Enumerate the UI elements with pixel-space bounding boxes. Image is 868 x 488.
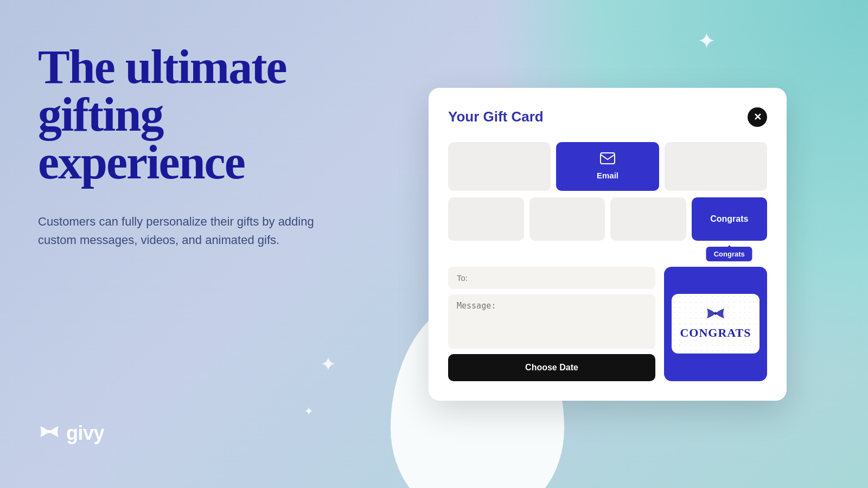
gift-card: CONGRATS bbox=[672, 294, 760, 354]
logo-bow-icon bbox=[38, 424, 61, 443]
hero-subtitle: Customers can fully personalize their gi… bbox=[38, 213, 320, 249]
form-section: Choose Date bbox=[448, 267, 655, 381]
delivery-option-sms[interactable] bbox=[448, 142, 551, 191]
choose-date-button[interactable]: Choose Date bbox=[448, 354, 655, 381]
delivery-option-link[interactable] bbox=[665, 142, 767, 191]
logo-text: givy bbox=[66, 422, 104, 445]
theme-option-1[interactable] bbox=[448, 197, 524, 241]
svg-point-2 bbox=[714, 312, 717, 315]
congrats-tooltip: Congrats bbox=[706, 247, 752, 261]
congrats-theme-label: Congrats bbox=[692, 197, 768, 241]
logo-area: givy bbox=[38, 422, 331, 445]
email-label: Email bbox=[597, 171, 618, 180]
theme-option-2[interactable] bbox=[529, 197, 605, 241]
modal-title: Your Gift Card bbox=[448, 108, 544, 125]
modal-header: Your Gift Card ✕ bbox=[448, 107, 767, 127]
svg-rect-1 bbox=[601, 153, 615, 164]
svg-point-0 bbox=[48, 430, 51, 433]
delivery-options-grid: Email bbox=[448, 142, 767, 191]
theme-option-3[interactable] bbox=[610, 197, 686, 241]
to-input[interactable] bbox=[448, 267, 655, 289]
delivery-option-email[interactable]: Email bbox=[556, 142, 659, 191]
congrats-card-text: CONGRATS bbox=[680, 326, 751, 340]
bow-decoration-icon bbox=[706, 307, 725, 323]
left-panel: The ultimate gifting experience Customer… bbox=[0, 0, 369, 488]
right-panel: Your Gift Card ✕ Email bbox=[369, 0, 868, 488]
theme-options-grid: Congrats Congrats bbox=[448, 197, 767, 241]
email-icon bbox=[600, 152, 615, 168]
bottom-section: Choose Date CONGRATS bbox=[448, 267, 767, 381]
gift-card-modal: Your Gift Card ✕ Email bbox=[429, 88, 787, 401]
close-button[interactable]: ✕ bbox=[748, 107, 767, 127]
theme-option-congrats[interactable]: Congrats Congrats bbox=[692, 197, 768, 241]
card-preview: CONGRATS bbox=[664, 267, 767, 381]
hero-title: The ultimate gifting experience bbox=[38, 43, 331, 187]
message-textarea[interactable] bbox=[448, 294, 655, 349]
